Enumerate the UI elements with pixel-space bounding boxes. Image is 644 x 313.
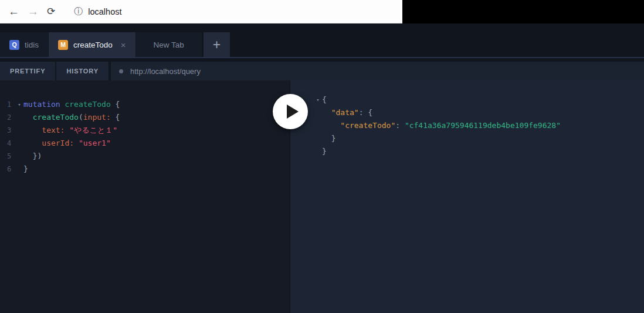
editor-line: 1▾mutation createTodo {: [0, 98, 290, 111]
code-text: }: [322, 132, 335, 145]
close-tab-icon[interactable]: ×: [121, 40, 126, 50]
play-icon: [287, 105, 299, 119]
status-dot-icon: [119, 69, 123, 73]
page-info-icon[interactable]: ⓘ: [74, 6, 83, 17]
code-text: createTodo(input: {: [23, 111, 120, 124]
add-tab-button[interactable]: +: [204, 32, 230, 57]
mutation-badge: M: [58, 40, 68, 50]
line-number: 3: [0, 124, 15, 137]
tab-createtodo[interactable]: M createTodo ×: [49, 32, 135, 57]
tab-label: New Tab: [154, 41, 184, 49]
editor-line: 3 text: "やること１": [0, 124, 290, 137]
forward-icon[interactable]: →: [28, 5, 39, 18]
endpoint-url-input[interactable]: [130, 67, 636, 76]
code-text: userId: "user1": [23, 137, 111, 150]
prettify-button[interactable]: PRETTIFY: [0, 62, 55, 80]
line-number: 1: [0, 98, 15, 111]
fold-gutter: [15, 111, 23, 124]
fold-gutter: [314, 119, 322, 132]
response-viewer: ▾{ "data": { "createTodo": "cf41a36a7959…: [290, 93, 644, 158]
history-button[interactable]: HISTORY: [56, 62, 109, 80]
result-line: }: [290, 132, 644, 145]
fold-gutter: [15, 150, 23, 163]
tab-label: createTodo: [73, 41, 113, 49]
code-text: }: [322, 145, 327, 158]
main-split: 1▾mutation createTodo {2 createTodo(inpu…: [0, 80, 644, 313]
code-text: "data": {: [322, 106, 372, 119]
result-line: "createTodo": "cf41a36a795946119deb4be10…: [290, 119, 644, 132]
request-toolbar: PRETTIFY HISTORY: [0, 62, 644, 80]
query-editor[interactable]: 1▾mutation createTodo {2 createTodo(inpu…: [0, 98, 290, 176]
result-line: "data": {: [290, 106, 644, 119]
fold-gutter: [314, 132, 322, 145]
address-bar-text[interactable]: localhost: [88, 7, 121, 16]
code-text: "createTodo": "cf41a36a795946119deb4be10…: [322, 119, 561, 132]
editor-line: 6}: [0, 163, 290, 176]
tab-label: tidis: [25, 41, 39, 49]
fold-caret-icon[interactable]: ▾: [314, 93, 322, 106]
endpoint-url-field[interactable]: [111, 62, 644, 80]
line-number: 6: [0, 163, 15, 176]
response-pane: ▾{ "data": { "createTodo": "cf41a36a7959…: [290, 80, 644, 313]
code-text: mutation createTodo {: [23, 98, 120, 111]
browser-toolbar: ← → ⟳ ⓘ localhost: [0, 0, 402, 23]
back-icon[interactable]: ←: [8, 5, 19, 18]
code-text: text: "やること１": [23, 124, 117, 137]
fold-gutter: [314, 145, 322, 158]
code-text: }): [23, 150, 42, 163]
code-text: {: [322, 93, 327, 106]
fold-gutter: [15, 124, 23, 137]
tab-bar: Q tidis M createTodo × New Tab +: [0, 32, 644, 58]
code-text: }: [23, 163, 28, 176]
run-query-button[interactable]: [273, 94, 308, 129]
fold-gutter: [314, 106, 322, 119]
fold-gutter: [15, 137, 23, 150]
line-number: 2: [0, 111, 15, 124]
tab-new-tab[interactable]: New Tab: [136, 32, 202, 57]
editor-line: 4 userId: "user1": [0, 137, 290, 150]
reload-icon[interactable]: ⟳: [47, 5, 55, 18]
fold-gutter: [15, 163, 23, 176]
desktop-background: [402, 0, 644, 23]
query-badge: Q: [9, 40, 19, 50]
line-number: 4: [0, 137, 15, 150]
result-line: }: [290, 145, 644, 158]
tab-tidis[interactable]: Q tidis: [0, 32, 48, 57]
editor-line: 5 }): [0, 150, 290, 163]
editor-line: 2 createTodo(input: {: [0, 111, 290, 124]
result-line: ▾{: [290, 93, 644, 106]
fold-caret-icon[interactable]: ▾: [15, 98, 23, 111]
altair-app: Q tidis M createTodo × New Tab + PRETTIF…: [0, 23, 644, 313]
query-editor-pane[interactable]: 1▾mutation createTodo {2 createTodo(inpu…: [0, 80, 290, 313]
line-number: 5: [0, 150, 15, 163]
